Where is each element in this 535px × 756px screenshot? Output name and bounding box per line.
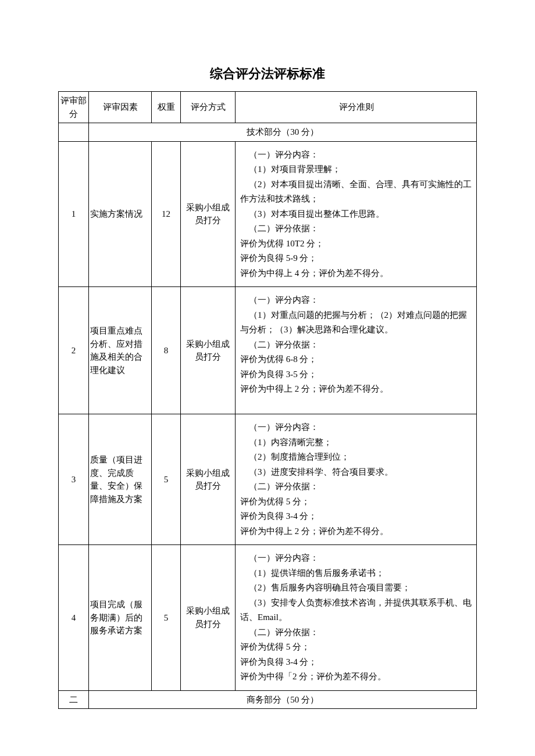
header-method: 评分方式: [181, 92, 236, 123]
table-row: 4 项目完成（服务期满）后的服务承诺方案 5 采购小组成员打分 （一）评分内容：…: [59, 545, 477, 691]
section-business-label: 商务部分（50 分）: [89, 690, 477, 709]
header-criteria: 评分准则: [236, 92, 477, 123]
row-criteria: （一）评分内容： （1）提供详细的售后服务承诺书； （2）售后服务内容明确且符合…: [238, 547, 475, 688]
row-method: 采购小组成员打分: [181, 414, 236, 545]
row-criteria: （一）评分内容： （1）对项目背景理解； （2）对本项目提出清晰、全面、合理、具…: [238, 144, 475, 285]
section-business-num: 二: [59, 690, 89, 709]
row-criteria: （一）评分内容： （1）对重点问题的把握与分析；（2）对难点问题的把握与分析；（…: [238, 289, 475, 411]
table-row: 3 质量（项目进度、完成质量、安全）保障措施及方案 5 采购小组成员打分 （一）…: [59, 414, 477, 545]
table-header-row: 评审部分 评审因素 权重 评分方式 评分准则: [59, 92, 477, 123]
header-part: 评审部分: [59, 92, 89, 123]
row-factor: 质量（项目进度、完成质量、安全）保障措施及方案: [89, 414, 152, 545]
row-num: 3: [59, 414, 89, 545]
row-num: 2: [59, 287, 89, 414]
section-technical-row: 技术部分（30 分）: [59, 123, 477, 142]
row-num: 1: [59, 141, 89, 287]
row-weight: 12: [152, 141, 181, 287]
section-business-row: 二 商务部分（50 分）: [59, 690, 477, 709]
page-title: 综合评分法评标标准: [58, 64, 477, 83]
scoring-table: 评审部分 评审因素 权重 评分方式 评分准则 技术部分（30 分） 1 实施方案…: [58, 91, 477, 709]
row-weight: 8: [152, 287, 181, 414]
row-num: 4: [59, 545, 89, 691]
section-technical-label: 技术部分（30 分）: [89, 123, 477, 142]
section-technical-num: [59, 123, 89, 142]
row-factor: 项目完成（服务期满）后的服务承诺方案: [89, 545, 152, 691]
row-weight: 5: [152, 414, 181, 545]
table-row: 2 项目重点难点分析、应对措施及相关的合理化建议 8 采购小组成员打分 （一）评…: [59, 287, 477, 414]
row-criteria: （一）评分内容： （1）内容清晰完整； （2）制度措施合理到位； （3）进度安排…: [238, 417, 475, 542]
row-factor: 项目重点难点分析、应对措施及相关的合理化建议: [89, 287, 152, 414]
row-method: 采购小组成员打分: [181, 545, 236, 691]
header-factor: 评审因素: [89, 92, 152, 123]
header-weight: 权重: [152, 92, 181, 123]
table-row: 1 实施方案情况 12 采购小组成员打分 （一）评分内容： （1）对项目背景理解…: [59, 141, 477, 287]
row-method: 采购小组成员打分: [181, 141, 236, 287]
row-factor: 实施方案情况: [89, 141, 152, 287]
row-weight: 5: [152, 545, 181, 691]
row-method: 采购小组成员打分: [181, 287, 236, 414]
